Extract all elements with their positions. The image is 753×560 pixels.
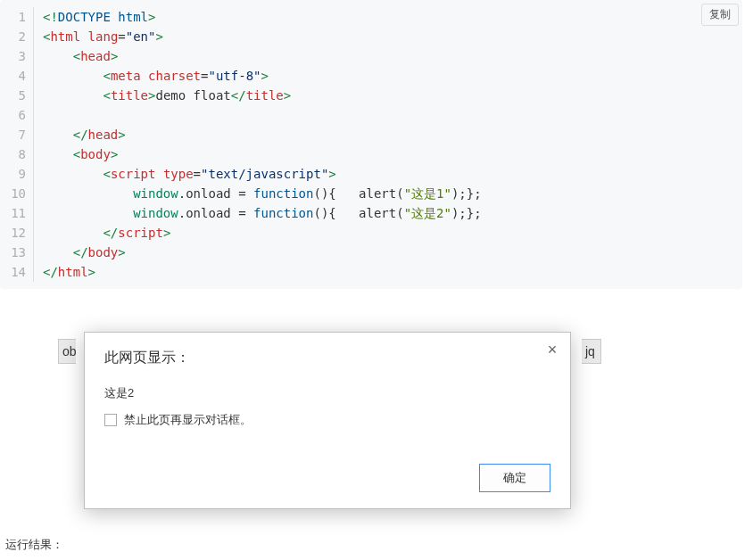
line-content: window.onload = function(){ alert("这是2")… — [34, 203, 482, 223]
line-content: window.onload = function(){ alert("这是1")… — [34, 184, 482, 203]
line-number: 12 — [0, 223, 34, 243]
code-line: 14</html> — [0, 262, 742, 282]
line-number: 11 — [0, 203, 34, 223]
code-line: 13 </body> — [0, 243, 742, 262]
line-content: <head> — [34, 46, 118, 66]
preview-area: ob jq × 此网页显示： 这是2 禁止此页再显示对话框。 确定 — [0, 332, 753, 519]
code-line: 9 <script type="text/javascript"> — [0, 164, 742, 184]
checkbox-box-icon[interactable] — [104, 414, 117, 426]
code-line: 4 <meta charset="utf-8"> — [0, 66, 742, 86]
line-number: 14 — [0, 262, 34, 282]
code-block: 复制 1<!DOCTYPE html>2<html lang="en">3 <h… — [0, 0, 742, 289]
line-content: <meta charset="utf-8"> — [34, 66, 269, 86]
tab-fragment-left: ob — [58, 339, 76, 364]
line-number: 6 — [0, 105, 34, 125]
line-content: <body> — [34, 144, 118, 164]
line-number: 5 — [0, 86, 34, 105]
code-listing: 1<!DOCTYPE html>2<html lang="en">3 <head… — [0, 7, 742, 282]
line-content: <html lang="en"> — [34, 27, 163, 46]
code-line: 7 </head> — [0, 125, 742, 144]
code-line: 2<html lang="en"> — [0, 27, 742, 46]
copy-button[interactable]: 复制 — [701, 4, 739, 26]
code-line: 12 </script> — [0, 223, 742, 243]
line-number: 7 — [0, 125, 34, 144]
line-content: <title>demo float</title> — [34, 86, 291, 105]
code-line: 3 <head> — [0, 46, 742, 66]
line-content: </script> — [34, 223, 170, 243]
line-number: 3 — [0, 46, 34, 66]
line-number: 4 — [0, 66, 34, 86]
dialog-message: 这是2 — [85, 373, 570, 408]
tab-fragment-right: jq — [582, 339, 601, 364]
line-content: </head> — [34, 125, 126, 144]
dialog-title: 此网页显示： — [85, 333, 570, 373]
checkbox-label: 禁止此页再显示对话框。 — [124, 412, 252, 428]
result-label: 运行结果： — [0, 537, 753, 553]
alert-dialog: × 此网页显示： 这是2 禁止此页再显示对话框。 确定 — [84, 332, 571, 509]
line-number: 8 — [0, 144, 34, 164]
code-line: 1<!DOCTYPE html> — [0, 7, 742, 27]
ok-button[interactable]: 确定 — [479, 464, 550, 492]
line-content: </body> — [34, 243, 126, 262]
close-icon[interactable]: × — [543, 342, 561, 359]
line-number: 10 — [0, 184, 34, 203]
line-content: <!DOCTYPE html> — [34, 7, 155, 27]
code-line: 10 window.onload = function(){ alert("这是… — [0, 184, 742, 203]
code-line: 11 window.onload = function(){ alert("这是… — [0, 203, 742, 223]
line-number: 9 — [0, 164, 34, 184]
line-number: 2 — [0, 27, 34, 46]
line-content: </html> — [34, 262, 95, 282]
code-line: 8 <body> — [0, 144, 742, 164]
code-line: 5 <title>demo float</title> — [0, 86, 742, 105]
line-number: 1 — [0, 7, 34, 27]
code-line: 6 — [0, 105, 742, 125]
line-content — [34, 105, 50, 125]
dialog-suppress-checkbox[interactable]: 禁止此页再显示对话框。 — [85, 408, 570, 432]
line-content: <script type="text/javascript"> — [34, 164, 336, 184]
line-number: 13 — [0, 243, 34, 262]
